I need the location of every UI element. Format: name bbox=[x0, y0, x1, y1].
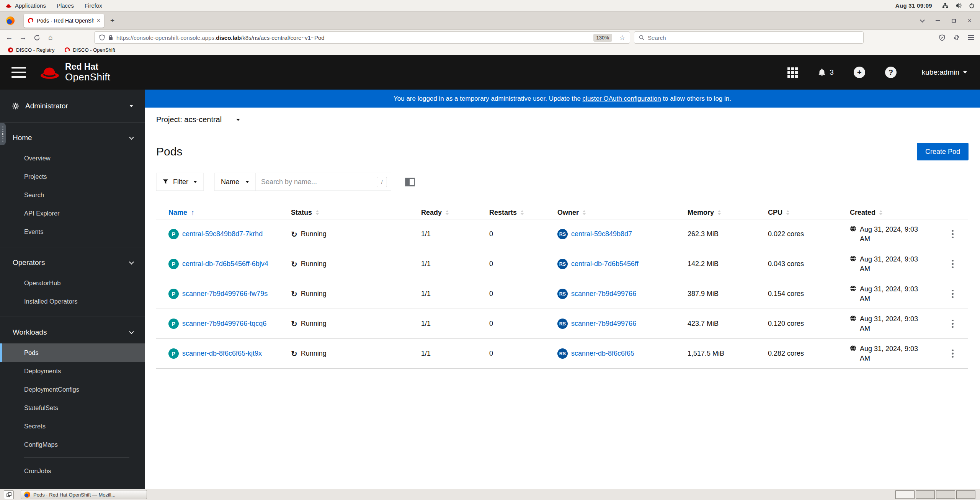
bookmark-disco-registry[interactable]: DISCO - Registry bbox=[8, 47, 54, 53]
browser-search-bar[interactable] bbox=[634, 31, 864, 44]
sidebar-item-secrets[interactable]: Secrets bbox=[0, 417, 145, 435]
network-icon[interactable] bbox=[942, 3, 949, 8]
column-header-owner[interactable]: Owner bbox=[545, 209, 675, 217]
nav-section-operators[interactable]: Operators bbox=[0, 256, 145, 269]
back-icon[interactable]: ← bbox=[2, 33, 16, 42]
tab-close-icon[interactable]: × bbox=[97, 17, 100, 24]
pod-badge: P bbox=[168, 229, 179, 239]
workspace-3[interactable] bbox=[936, 490, 955, 499]
taskbar-item-firefox[interactable]: Pods · Red Hat OpenShift — Mozill... bbox=[21, 490, 147, 499]
sidebar-item-events[interactable]: Events bbox=[0, 222, 145, 241]
brand-logo[interactable]: Red HatOpenShift bbox=[39, 62, 110, 83]
column-header-name[interactable]: Name↑ bbox=[156, 209, 279, 217]
firefox-app-menu[interactable]: Firefox bbox=[79, 0, 108, 11]
zoom-level-badge[interactable]: 130% bbox=[593, 34, 612, 42]
sidebar-item-configmaps[interactable]: ConfigMaps bbox=[0, 435, 145, 454]
column-header-cpu[interactable]: CPU bbox=[756, 209, 838, 217]
power-icon[interactable] bbox=[969, 3, 975, 8]
project-selector[interactable]: Project: acs-central bbox=[156, 115, 222, 124]
column-header-memory[interactable]: Memory bbox=[675, 209, 756, 217]
show-desktop-button[interactable] bbox=[4, 490, 14, 499]
protections-shield-icon[interactable] bbox=[939, 34, 945, 41]
kebab-menu-icon[interactable] bbox=[952, 230, 954, 239]
pod-link[interactable]: central-59c849b8d7-7krhd bbox=[182, 230, 263, 238]
pod-link[interactable]: central-db-7d6b5456ff-6bjv4 bbox=[182, 260, 268, 268]
pod-link[interactable]: scanner-db-8f6c6f65-kjt9x bbox=[182, 350, 262, 358]
sidebar-item-installed-operators[interactable]: Installed Operators bbox=[0, 292, 145, 310]
reload-icon[interactable] bbox=[30, 34, 44, 41]
sidebar-item-operatorhub[interactable]: OperatorHub bbox=[0, 274, 145, 292]
perspective-switcher[interactable]: Administrator bbox=[0, 90, 145, 123]
workspace-2[interactable] bbox=[916, 490, 935, 499]
system-clock[interactable]: Aug 31 09:09 bbox=[895, 2, 932, 9]
add-circle-icon[interactable]: + bbox=[854, 67, 865, 78]
oauth-config-link[interactable]: cluster OAuth configuration bbox=[583, 95, 661, 102]
close-window-button[interactable]: × bbox=[967, 17, 972, 24]
column-header-restarts[interactable]: Restarts bbox=[477, 209, 545, 217]
banner-text: You are logged in as a temporary adminis… bbox=[394, 95, 583, 102]
name-search-field[interactable]: / bbox=[256, 173, 391, 191]
column-header-created[interactable]: Created bbox=[838, 209, 924, 217]
browser-tab[interactable]: Pods · Red Hat OpenShift × bbox=[24, 14, 104, 28]
create-pod-button[interactable]: Create Pod bbox=[917, 143, 969, 160]
browser-menu-icon[interactable] bbox=[968, 35, 974, 40]
nav-section-home[interactable]: Home bbox=[0, 131, 145, 144]
owner-cell: RSscanner-7b9d499766 bbox=[545, 289, 675, 299]
notifications-button[interactable]: 3 bbox=[818, 68, 834, 77]
user-caret-icon bbox=[963, 71, 967, 74]
filter-attribute-dropdown[interactable]: Name bbox=[214, 173, 256, 191]
sidebar-item-deployments[interactable]: Deployments bbox=[0, 362, 145, 380]
nav-section-workloads[interactable]: Workloads bbox=[0, 326, 145, 339]
places-menu[interactable]: Places bbox=[51, 0, 79, 11]
project-caret-icon[interactable] bbox=[236, 119, 240, 121]
help-icon[interactable]: ? bbox=[885, 67, 897, 78]
owner-link[interactable]: scanner-db-8f6c6f65 bbox=[571, 350, 634, 358]
url-bar[interactable]: https://console-openshift-console.apps.d… bbox=[94, 31, 630, 44]
owner-link[interactable]: central-59c849b8d7 bbox=[571, 230, 632, 238]
sidebar-item-cronjobs[interactable]: CronJobs bbox=[0, 462, 145, 480]
sidebar-item-search[interactable]: Search bbox=[0, 186, 145, 204]
activities-menu[interactable]: Applications bbox=[0, 0, 51, 11]
shield-icon[interactable] bbox=[99, 34, 105, 41]
new-tab-button[interactable]: + bbox=[110, 16, 114, 25]
home-icon[interactable]: ⌂ bbox=[44, 33, 57, 42]
sidebar-item-api-explorer[interactable]: API Explorer bbox=[0, 204, 145, 222]
bookmark-star-icon[interactable]: ☆ bbox=[619, 34, 625, 42]
minimize-button[interactable] bbox=[936, 20, 940, 21]
list-tabs-chevron-icon[interactable] bbox=[920, 18, 925, 23]
pod-link[interactable]: scanner-7b9d499766-fw79s bbox=[182, 290, 268, 298]
user-menu[interactable]: kube:admin bbox=[922, 68, 967, 77]
sidebar-item-deploymentconfigs[interactable]: DeploymentConfigs bbox=[0, 380, 145, 399]
sidebar-toggle-icon[interactable] bbox=[11, 67, 26, 78]
volume-icon[interactable] bbox=[956, 3, 962, 8]
sidebar-item-overview[interactable]: Overview bbox=[0, 149, 145, 167]
owner-link[interactable]: central-db-7d6b5456ff bbox=[571, 260, 639, 268]
pod-link[interactable]: scanner-7b9d499766-tqcq6 bbox=[182, 320, 266, 328]
kebab-menu-icon[interactable] bbox=[952, 350, 954, 358]
column-header-ready[interactable]: Ready bbox=[409, 209, 477, 217]
owner-link[interactable]: scanner-7b9d499766 bbox=[571, 320, 636, 328]
kebab-menu-icon[interactable] bbox=[952, 290, 954, 298]
filter-dropdown[interactable]: Filter bbox=[156, 173, 204, 191]
maximize-button[interactable] bbox=[952, 19, 956, 23]
sidebar-item-pods[interactable]: Pods bbox=[0, 343, 145, 362]
owner-link[interactable]: scanner-7b9d499766 bbox=[571, 290, 636, 298]
attribute-caret-icon bbox=[245, 181, 249, 183]
browser-search-input[interactable] bbox=[648, 34, 859, 41]
cpu-cell: 0.154 cores bbox=[756, 290, 838, 298]
lock-icon[interactable] bbox=[108, 35, 113, 41]
app-launcher-icon[interactable] bbox=[787, 67, 798, 78]
workspace-4[interactable] bbox=[956, 490, 975, 499]
extensions-icon[interactable] bbox=[954, 34, 960, 41]
forward-icon[interactable]: → bbox=[16, 33, 30, 42]
column-management-icon[interactable] bbox=[405, 178, 415, 186]
sidebar-resize-handle[interactable] bbox=[0, 123, 6, 145]
bookmark-disco-openshift[interactable]: DISCO - OpenShift bbox=[64, 47, 115, 53]
workspace-1[interactable] bbox=[895, 490, 915, 499]
kebab-menu-icon[interactable] bbox=[952, 260, 954, 268]
sidebar-item-statefulsets[interactable]: StatefulSets bbox=[0, 399, 145, 417]
sidebar-item-projects[interactable]: Projects bbox=[0, 167, 145, 186]
name-search-input[interactable] bbox=[261, 178, 377, 186]
column-header-status[interactable]: Status bbox=[279, 209, 409, 217]
kebab-menu-icon[interactable] bbox=[952, 320, 954, 328]
